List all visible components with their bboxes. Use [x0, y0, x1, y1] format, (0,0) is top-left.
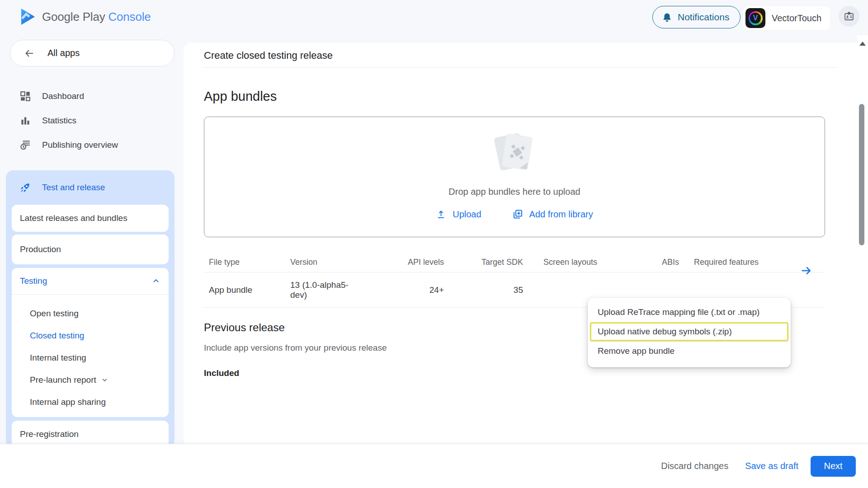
test-and-release-group: Test and release Latest releases and bun…	[6, 170, 175, 447]
logo-product: Console	[108, 10, 151, 23]
sidebar-item-open-testing[interactable]: Open testing	[12, 302, 169, 324]
cell-api-levels: 24+	[385, 285, 444, 295]
chevron-down-icon	[101, 376, 108, 384]
rocket-icon	[19, 182, 31, 194]
statistics-icon	[19, 115, 31, 127]
sidebar-item-label: Statistics	[42, 116, 76, 126]
title-divider	[204, 67, 837, 68]
sidebar-item-publishing-overview[interactable]: Publishing overview	[14, 133, 167, 157]
sidebar-item-internal-app-sharing[interactable]: Internal app sharing	[12, 391, 169, 413]
upload-button[interactable]: Upload	[436, 209, 481, 220]
bundle-context-menu: Upload ReTrace mapping file (.txt or .ma…	[588, 298, 791, 367]
documents-illustration-icon	[494, 131, 535, 175]
sidebar-card-latest-releases: Latest releases and bundles	[12, 205, 169, 232]
sidebar-item-statistics[interactable]: Statistics	[14, 108, 167, 133]
subitem-label: Pre-launch report	[30, 375, 96, 385]
col-file-type: File type	[209, 258, 290, 267]
col-screen-layouts: Screen layouts	[523, 258, 638, 267]
subitem-label: Closed testing	[30, 331, 84, 341]
sidebar-item-pre-launch-report[interactable]: Pre-launch report	[12, 369, 169, 391]
app-avatar-icon: V	[745, 8, 765, 28]
menu-item-upload-native-debug-symbols[interactable]: Upload native debug symbols (.zip)	[590, 322, 788, 341]
subitem-label: Open testing	[30, 309, 79, 319]
menu-item-remove-app-bundle[interactable]: Remove app bundle	[588, 341, 791, 361]
sidebar-item-latest-releases[interactable]: Latest releases and bundles	[12, 205, 169, 232]
sidebar-item-test-and-release[interactable]: Test and release	[12, 170, 169, 205]
id-badge-icon	[844, 11, 854, 22]
dropzone-text: Drop app bundles here to upload	[448, 187, 580, 197]
sidebar-item-label: Dashboard	[42, 91, 84, 101]
cell-version: 13 (1.0-alpha5-dev)	[290, 280, 385, 300]
menu-item-upload-retrace[interactable]: Upload ReTrace mapping file (.txt or .ma…	[588, 302, 791, 322]
app-bundles-heading: App bundles	[204, 89, 845, 104]
upload-label: Upload	[453, 209, 481, 220]
subitem-label: Internal app sharing	[30, 397, 106, 407]
app-bundle-dropzone[interactable]: Drop app bundles here to upload Upload A…	[204, 117, 825, 237]
sidebar-item-closed-testing[interactable]: Closed testing	[12, 324, 169, 347]
col-abis: ABIs	[638, 258, 679, 267]
col-required-features: Required features	[679, 258, 820, 267]
included-label: Included	[204, 368, 845, 378]
col-version: Version	[290, 258, 385, 267]
testing-sublist: Open testing Closed testing Internal tes…	[12, 295, 169, 413]
arrow-right-icon	[800, 264, 812, 277]
publishing-overview-icon	[19, 139, 31, 151]
dropzone-actions: Upload Add from library	[436, 209, 593, 220]
group-label: Test and release	[42, 183, 105, 192]
scrollbar-up-arrow-icon[interactable]	[859, 42, 866, 46]
sidebar-item-label: Publishing overview	[42, 140, 118, 150]
col-target-sdk: Target SDK	[444, 258, 523, 267]
subitem-label: Internal testing	[30, 353, 86, 363]
bell-icon	[662, 12, 672, 23]
sidebar-nav: Dashboard Statistics Publishing overview	[14, 84, 167, 157]
add-from-library-label: Add from library	[529, 209, 593, 220]
table-header-row: File type Version API levels Target SDK …	[204, 253, 825, 272]
next-button[interactable]: Next	[811, 456, 856, 477]
discard-changes-button[interactable]: Discard changes	[661, 461, 728, 471]
scrollbar-thumb[interactable]	[859, 104, 864, 245]
sidebar-card-production: Production	[12, 235, 169, 264]
sidebar-item-production[interactable]: Production	[12, 235, 169, 264]
col-api-levels: API levels	[385, 258, 444, 267]
row-detail-arrow-button[interactable]	[800, 253, 812, 288]
sidebar-item-dashboard[interactable]: Dashboard	[14, 84, 167, 108]
upload-icon	[436, 209, 446, 220]
google-play-console-logo: Google Play Console	[20, 8, 151, 25]
add-from-library-button[interactable]: Add from library	[512, 209, 593, 220]
chevron-up-icon	[151, 277, 160, 286]
play-logo-icon	[20, 8, 36, 25]
sidebar-item-testing[interactable]: Testing	[12, 268, 169, 294]
bottom-action-bar: Discard changes Save as draft Next	[0, 444, 868, 488]
back-arrow-icon	[24, 48, 35, 59]
dashboard-icon	[19, 90, 31, 102]
all-apps-label: All apps	[47, 48, 80, 58]
account-chip[interactable]: V VectorTouch	[742, 5, 831, 31]
notifications-button[interactable]: Notifications	[652, 6, 741, 28]
cell-file-type: App bundle	[209, 285, 290, 295]
testing-label: Testing	[20, 276, 47, 286]
logo-brand: Google Play	[42, 10, 105, 23]
sidebar-item-internal-testing[interactable]: Internal testing	[12, 347, 169, 369]
sidebar-card-pre-registration: Pre-registration	[12, 421, 169, 448]
notifications-label: Notifications	[678, 12, 729, 23]
page-title: Create closed testing release	[204, 43, 845, 67]
scrollbar	[857, 35, 868, 444]
sidebar-item-pre-registration[interactable]: Pre-registration	[12, 421, 169, 448]
main-panel: Create closed testing release App bundle…	[184, 43, 868, 488]
library-add-icon	[512, 209, 523, 220]
save-as-draft-button[interactable]: Save as draft	[745, 461, 798, 471]
all-apps-back-button[interactable]: All apps	[10, 40, 175, 66]
developer-badge-button[interactable]	[839, 6, 859, 27]
account-name: VectorTouch	[772, 13, 821, 23]
sidebar-card-testing: Testing Open testing Closed testing Inte…	[12, 268, 169, 417]
logo-text: Google Play Console	[42, 10, 151, 24]
top-header: Google Play Console Notifications V Vect…	[0, 0, 868, 33]
cell-target-sdk: 35	[444, 285, 523, 295]
